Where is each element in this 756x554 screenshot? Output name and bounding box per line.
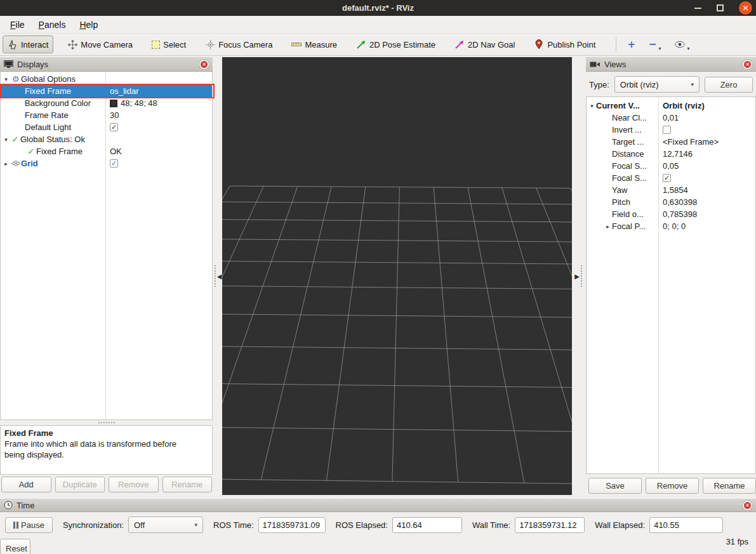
- add-tool-button[interactable]: +: [623, 36, 640, 53]
- ros-elapsed-label: ROS Elapsed:: [336, 520, 388, 530]
- tool-focus-camera[interactable]: Focus Camera: [200, 36, 277, 53]
- wall-time-input[interactable]: [515, 517, 585, 533]
- checkbox-checked[interactable]: ✓: [110, 159, 118, 168]
- horizontal-splitter[interactable]: [0, 420, 213, 425]
- status-ok-icon: ✓: [26, 147, 36, 156]
- clock-icon: [4, 501, 13, 510]
- select-icon: [152, 41, 160, 49]
- move-icon: [67, 39, 77, 49]
- row-grid-display[interactable]: ▸ Grid ✓: [1, 157, 212, 169]
- pin-icon: [534, 39, 544, 49]
- row-global-options[interactable]: ▾ ⚙ Global Options: [1, 73, 212, 85]
- views-tree: ▾ Current V... Orbit (rviz) Near Cl... 0…: [586, 96, 756, 474]
- tool-2d-nav-goal[interactable]: 2D Nav Goal: [449, 36, 520, 53]
- ros-time-label: ROS Time:: [213, 520, 254, 530]
- row-global-status[interactable]: ▾ ✓ Global Status: Ok: [1, 133, 212, 145]
- checkbox-checked[interactable]: ✓: [663, 174, 671, 182]
- row-pitch[interactable]: Pitch 0,630398: [587, 196, 755, 208]
- collapse-right-icon[interactable]: ▶: [574, 273, 580, 280]
- close-icon[interactable]: ✕: [743, 60, 752, 69]
- expander-open-icon[interactable]: ▾: [2, 136, 10, 143]
- splitter-grip[interactable]: [215, 265, 216, 287]
- row-invert-z[interactable]: Invert ...: [587, 124, 755, 136]
- row-focal-point[interactable]: ▸ Focal P... 0; 0; 0: [587, 220, 755, 232]
- displays-panel: Displays ✕ ▾ ⚙ Global Options Fixed Fram…: [0, 57, 213, 495]
- left-splitter[interactable]: ◀: [213, 57, 222, 495]
- close-icon[interactable]: ✕: [199, 60, 209, 69]
- collapse-left-icon[interactable]: ◀: [217, 273, 222, 280]
- render-viewport[interactable]: [222, 57, 572, 495]
- expander-closed-icon[interactable]: ▸: [2, 161, 10, 167]
- view-type-combobox[interactable]: Orbit (rviz) ▾: [614, 76, 700, 93]
- zero-button[interactable]: Zero: [705, 77, 753, 93]
- checkbox-unchecked[interactable]: [663, 126, 671, 134]
- color-swatch: [110, 100, 117, 107]
- tool-publish-point[interactable]: Publish Point: [529, 36, 600, 53]
- window-title: default.rviz* - RViz: [0, 3, 756, 13]
- displays-panel-header[interactable]: Displays ✕: [0, 57, 213, 72]
- close-icon[interactable]: ✕: [743, 501, 752, 510]
- menu-panels[interactable]: Panels: [32, 18, 72, 32]
- hand-icon: [8, 39, 18, 49]
- ground-grid: [222, 57, 572, 495]
- row-default-light[interactable]: Default Light ✓: [1, 121, 212, 133]
- tool-interact[interactable]: Interact: [3, 36, 53, 53]
- remove-view-button[interactable]: Remove: [646, 478, 699, 494]
- ros-time-input[interactable]: [258, 517, 326, 533]
- minimize-icon[interactable]: [694, 8, 701, 9]
- row-background-color[interactable]: Background Color 48; 48; 48: [1, 97, 212, 109]
- row-focal-shape-fixed[interactable]: Focal S... ✓: [587, 172, 755, 184]
- tool-move-camera[interactable]: Move Camera: [62, 36, 138, 53]
- row-distance[interactable]: Distance 12,7146: [587, 148, 755, 160]
- tool-properties-button[interactable]: ▾: [670, 36, 696, 53]
- rename-button[interactable]: Rename: [162, 477, 213, 492]
- tool-measure[interactable]: Measure: [286, 36, 342, 53]
- wall-elapsed-label: Wall Elapsed:: [595, 520, 645, 530]
- menu-help[interactable]: Help: [73, 18, 104, 32]
- fixed-frame-value[interactable]: os_lidar: [105, 85, 212, 97]
- ros-elapsed-input[interactable]: [392, 517, 462, 533]
- maximize-icon[interactable]: [717, 4, 724, 11]
- plus-icon: +: [628, 40, 635, 49]
- rename-view-button[interactable]: Rename: [703, 478, 756, 494]
- save-button[interactable]: Save: [588, 478, 642, 494]
- remove-tool-button[interactable]: − ▾: [644, 36, 666, 53]
- row-fixed-frame-status[interactable]: ✓ Fixed Frame OK: [1, 145, 212, 157]
- close-icon[interactable]: ✕: [739, 1, 752, 15]
- views-panel-header[interactable]: Views ✕: [586, 57, 756, 72]
- row-target-frame[interactable]: Target ... <Fixed Frame>: [587, 136, 755, 148]
- dropdown-arrow-icon: ▾: [691, 81, 694, 88]
- row-yaw[interactable]: Yaw 1,5854: [587, 184, 755, 196]
- row-near-clip[interactable]: Near Cl... 0,01: [587, 112, 755, 124]
- row-fixed-frame[interactable]: Fixed Frame os_lidar: [1, 85, 212, 97]
- pause-button[interactable]: Pause: [5, 517, 53, 533]
- help-text-line1: Frame into which all data is transformed…: [4, 439, 208, 449]
- splitter-grip[interactable]: [581, 265, 582, 287]
- add-button[interactable]: Add: [1, 477, 51, 492]
- row-field-of-view[interactable]: Field o... 0,785398: [587, 208, 755, 220]
- row-frame-rate[interactable]: Frame Rate 30: [1, 109, 212, 121]
- gear-icon: ⚙: [10, 74, 21, 84]
- expander-open-icon[interactable]: ▾: [2, 76, 10, 82]
- grid-display-icon: [10, 159, 21, 169]
- tool-2d-pose-estimate[interactable]: 2D Pose Estimate: [351, 36, 441, 53]
- remove-button[interactable]: Remove: [109, 477, 159, 492]
- duplicate-button[interactable]: Duplicate: [55, 477, 105, 492]
- menu-file[interactable]: File: [4, 18, 31, 32]
- titlebar[interactable]: default.rviz* - RViz ✕: [0, 0, 756, 16]
- magenta-arrow-icon: [454, 39, 465, 49]
- expander-closed-icon[interactable]: ▸: [604, 223, 612, 230]
- time-panel-header[interactable]: Time ✕: [0, 499, 756, 512]
- toolbar-separator: [616, 37, 616, 51]
- checkbox-checked[interactable]: ✓: [110, 123, 118, 131]
- tool-select[interactable]: Select: [147, 36, 191, 53]
- right-splitter[interactable]: ▶: [572, 57, 586, 495]
- reset-button[interactable]: Reset: [0, 539, 30, 554]
- wall-elapsed-input[interactable]: [649, 517, 723, 533]
- background-color-value[interactable]: 48; 48; 48: [105, 97, 212, 109]
- row-current-view[interactable]: ▾ Current V... Orbit (rviz): [587, 100, 755, 112]
- expander-open-icon[interactable]: ▾: [588, 103, 596, 109]
- frame-rate-value[interactable]: 30: [105, 109, 212, 121]
- row-focal-shape-size[interactable]: Focal S... 0,05: [587, 160, 755, 172]
- synchronization-combobox[interactable]: Off ▾: [128, 517, 203, 533]
